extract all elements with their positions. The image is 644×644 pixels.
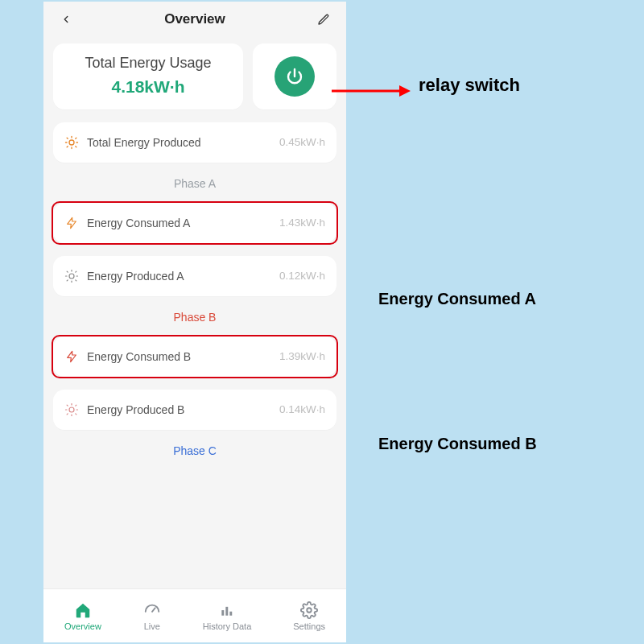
content-area: Total Energy Usage 4.18kW·h Total Energy… — [43, 37, 346, 589]
phase-b-consumed-value: 1.39kW·h — [279, 350, 325, 362]
bolt-icon — [64, 349, 79, 364]
svg-line-27 — [76, 405, 76, 406]
phase-a-produced-label: Energy Produced A — [87, 270, 184, 283]
svg-line-26 — [76, 413, 76, 414]
total-energy-title: Total Energy Usage — [61, 55, 235, 72]
annotation-relay: relay switch — [419, 75, 520, 96]
svg-rect-32 — [229, 611, 232, 615]
phase-b-produced-label: Energy Produced B — [87, 403, 184, 416]
relay-switch-button[interactable] — [275, 56, 315, 97]
phase-b-consumed-row[interactable]: Energy Consumed B 1.39kW·h — [53, 336, 336, 377]
svg-line-8 — [67, 146, 68, 147]
svg-line-16 — [76, 279, 76, 280]
phase-a-consumed-value: 1.43kW·h — [279, 217, 325, 229]
tab-overview[interactable]: Overview — [64, 601, 101, 631]
sun-icon — [64, 135, 79, 150]
tab-history-label: History Data — [203, 621, 252, 631]
svg-line-29 — [152, 608, 155, 612]
app-screen: Overview Total Energy Usage 4.18kW·h Tot… — [43, 2, 346, 642]
tab-live-label: Live — [144, 621, 160, 631]
tab-settings-label: Settings — [293, 621, 325, 631]
tab-settings[interactable]: Settings — [293, 601, 325, 631]
sun-icon — [64, 269, 79, 283]
svg-line-25 — [67, 405, 68, 406]
tab-overview-label: Overview — [64, 621, 101, 631]
bottom-nav: Overview Live History Data Settings — [43, 589, 346, 642]
edit-button[interactable] — [312, 8, 335, 31]
gauge-icon — [143, 601, 161, 619]
phase-a-consumed-label: Energy Consumed A — [87, 217, 190, 229]
svg-rect-31 — [225, 606, 228, 615]
back-button[interactable] — [55, 8, 77, 31]
power-icon — [285, 67, 304, 86]
svg-marker-35 — [399, 85, 411, 97]
bolt-icon — [64, 216, 79, 230]
arrow-icon — [330, 83, 411, 99]
svg-marker-9 — [68, 217, 76, 228]
svg-line-15 — [67, 271, 68, 272]
svg-marker-19 — [68, 351, 76, 361]
tab-live[interactable]: Live — [143, 601, 161, 631]
phase-c-header: Phase C — [53, 444, 336, 457]
annotation-consumed-b: Energy Consumed B — [378, 435, 537, 453]
annotation-consumed-a: Energy Consumed A — [378, 290, 536, 308]
phase-a-produced-row[interactable]: Energy Produced A 0.12kW·h — [53, 256, 336, 296]
total-produced-row[interactable]: Total Energy Produced 0.45kW·h — [53, 122, 336, 163]
phase-b-produced-value: 0.14kW·h — [279, 403, 325, 415]
svg-line-7 — [76, 138, 76, 138]
sun-icon — [64, 402, 79, 417]
total-produced-value: 0.45kW·h — [279, 136, 325, 148]
pencil-icon — [317, 13, 330, 26]
page-title: Overview — [164, 11, 225, 27]
phase-b-header: Phase B — [53, 311, 336, 324]
svg-line-6 — [76, 146, 76, 147]
svg-point-10 — [69, 274, 74, 279]
phase-b-consumed-label: Energy Consumed B — [87, 350, 191, 363]
top-bar: Overview — [43, 2, 346, 37]
svg-point-33 — [307, 608, 312, 613]
phase-b-produced-row[interactable]: Energy Produced B 0.14kW·h — [53, 390, 336, 430]
tab-history[interactable]: History Data — [203, 601, 252, 631]
home-icon — [74, 601, 92, 619]
total-energy-card[interactable]: Total Energy Usage 4.18kW·h — [53, 43, 243, 109]
phase-a-consumed-row[interactable]: Energy Consumed A 1.43kW·h — [53, 203, 336, 243]
svg-rect-30 — [221, 610, 224, 616]
svg-point-0 — [69, 140, 74, 145]
chevron-left-icon — [60, 14, 72, 25]
svg-line-18 — [67, 279, 68, 280]
phase-a-header: Phase A — [53, 177, 336, 190]
svg-line-28 — [67, 413, 68, 414]
bar-chart-icon — [218, 601, 236, 619]
phase-a-produced-value: 0.12kW·h — [279, 270, 325, 282]
total-energy-value: 4.18kW·h — [61, 77, 235, 97]
total-produced-label: Total Energy Produced — [87, 136, 201, 149]
relay-card — [253, 43, 336, 109]
svg-line-5 — [67, 138, 68, 138]
svg-point-20 — [69, 407, 74, 412]
svg-line-17 — [76, 271, 76, 272]
gear-icon — [300, 601, 318, 619]
